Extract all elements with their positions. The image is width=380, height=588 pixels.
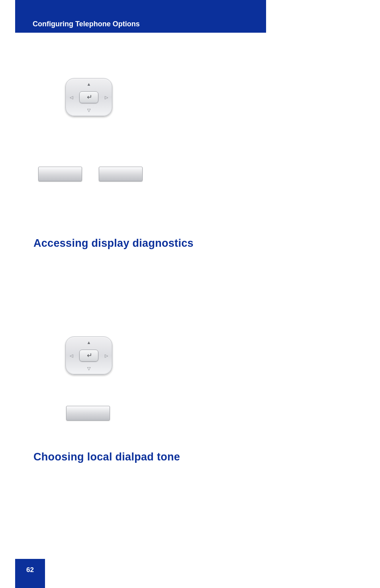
arrow-up-icon: ▲ bbox=[87, 82, 91, 87]
enter-glyph-icon bbox=[85, 353, 93, 358]
softkey-single bbox=[66, 406, 356, 421]
page-content: ▲ ▽ ◁ ▷ Accessing display diagnostics ▲ … bbox=[33, 33, 356, 463]
page-footer: 62 bbox=[15, 559, 45, 588]
softkey-button-icon bbox=[66, 406, 110, 421]
section-heading-dialpad-tone: Choosing local dialpad tone bbox=[33, 451, 356, 463]
page-header-title: Configuring Telephone Options bbox=[15, 0, 266, 28]
softkey-row bbox=[38, 167, 356, 181]
arrow-left-icon: ◁ bbox=[70, 353, 73, 358]
enter-button-icon bbox=[79, 91, 98, 103]
softkey-button-icon bbox=[99, 167, 143, 181]
navigation-pad-icon: ▲ ▽ ◁ ▷ bbox=[65, 78, 112, 116]
section-heading-diagnostics: Accessing display diagnostics bbox=[33, 237, 356, 250]
enter-glyph-icon bbox=[85, 94, 93, 100]
arrow-left-icon: ◁ bbox=[70, 95, 73, 100]
page-header: Configuring Telephone Options bbox=[15, 0, 266, 33]
softkey-button-icon bbox=[38, 167, 82, 181]
navigation-pad-icon: ▲ ▽ ◁ ▷ bbox=[65, 336, 112, 375]
arrow-right-icon: ▷ bbox=[105, 353, 108, 358]
page-number: 62 bbox=[26, 566, 34, 574]
enter-button-icon bbox=[79, 350, 98, 362]
arrow-down-icon: ▽ bbox=[87, 108, 90, 113]
arrow-right-icon: ▷ bbox=[105, 95, 108, 100]
arrow-up-icon: ▲ bbox=[87, 340, 91, 345]
arrow-down-icon: ▽ bbox=[87, 366, 90, 371]
